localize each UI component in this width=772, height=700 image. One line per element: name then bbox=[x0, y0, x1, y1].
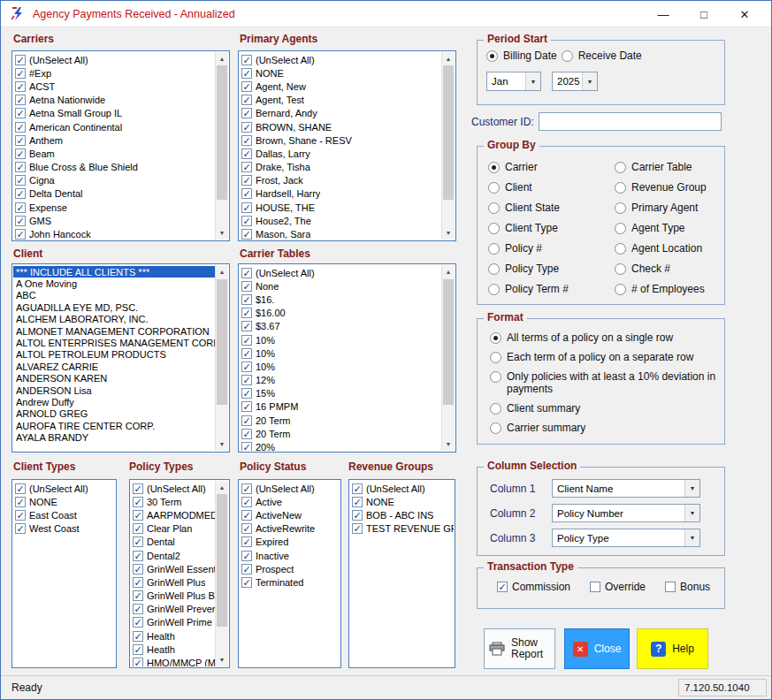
checkbox-checked-icon[interactable]: ✓ bbox=[15, 175, 26, 186]
checklist-item[interactable]: ✓(UnSelect All) bbox=[240, 53, 441, 66]
checkbox-checked-icon[interactable]: ✓ bbox=[241, 268, 252, 278]
checkbox-checked-icon[interactable]: ✓ bbox=[241, 564, 252, 574]
radio-icon[interactable] bbox=[615, 202, 626, 214]
checkbox-checked-icon[interactable]: ✓ bbox=[352, 483, 363, 494]
checklist-item[interactable]: ✓AARPMODMEDS bbox=[131, 508, 215, 521]
radio-icon[interactable] bbox=[615, 263, 626, 275]
checklist-item[interactable]: ✓NONE bbox=[13, 495, 115, 508]
radio-icon[interactable] bbox=[615, 284, 626, 295]
checkbox-checked-icon[interactable]: ✓ bbox=[497, 582, 508, 592]
checklist-item[interactable]: ✓10% bbox=[240, 360, 441, 373]
radio-icon[interactable] bbox=[488, 263, 500, 275]
radio-option[interactable]: Policy # bbox=[488, 238, 569, 258]
checklist-item[interactable]: ✓None bbox=[240, 279, 441, 293]
checkbox-checked-icon[interactable]: ✓ bbox=[15, 202, 26, 213]
radio-option[interactable]: Policy Term # bbox=[488, 278, 569, 299]
radio-icon[interactable] bbox=[488, 202, 500, 214]
primary-agents-listbox[interactable]: ✓(UnSelect All)✓NONE✓Agent, New✓Agent, T… bbox=[238, 50, 456, 241]
checklist-item[interactable]: ✓20 Term bbox=[240, 414, 441, 427]
checkbox-checked-icon[interactable]: ✓ bbox=[133, 510, 143, 521]
checklist-item[interactable]: ✓Inactive bbox=[240, 549, 340, 562]
checkbox-checked-icon[interactable]: ✓ bbox=[241, 294, 252, 305]
dropdown-arrow-icon[interactable]: ▼ bbox=[684, 529, 699, 546]
checkbox-checked-icon[interactable]: ✓ bbox=[241, 122, 252, 133]
radio-icon[interactable] bbox=[490, 422, 501, 434]
radio-selected-icon[interactable] bbox=[486, 50, 498, 62]
checkbox-checked-icon[interactable]: ✓ bbox=[133, 617, 143, 628]
checkbox-checked-icon[interactable]: ✓ bbox=[241, 335, 252, 346]
list-item[interactable]: AYALA BRANDY bbox=[13, 431, 215, 443]
list-item[interactable]: ABC bbox=[13, 290, 215, 301]
list-item[interactable]: ARNOLD GREG bbox=[13, 408, 215, 420]
carriers-listbox[interactable]: ✓(UnSelect All)✓#Exp✓ACST✓Aetna Nationwi… bbox=[11, 50, 230, 241]
checkbox-checked-icon[interactable]: ✓ bbox=[15, 108, 26, 118]
radio-option[interactable]: Client Type bbox=[488, 217, 569, 238]
radio-option[interactable]: All terms of a policy on a single row bbox=[490, 331, 716, 344]
checklist-item[interactable]: ✓(UnSelect All) bbox=[13, 53, 215, 66]
column1-dropdown[interactable]: Client Name ▼ bbox=[552, 479, 700, 498]
scroll-down-icon[interactable]: ▼ bbox=[216, 226, 228, 240]
checkbox-checked-icon[interactable]: ✓ bbox=[241, 551, 252, 561]
radio-icon[interactable] bbox=[615, 243, 626, 255]
checklist-item[interactable]: ✓Clear Plan bbox=[131, 522, 215, 536]
checklist-item[interactable]: ✓20 Term bbox=[240, 427, 441, 440]
radio-icon[interactable] bbox=[488, 243, 500, 255]
checklist-item[interactable]: ✓30 Term bbox=[131, 495, 215, 508]
radio-icon[interactable] bbox=[615, 182, 626, 194]
radio-option[interactable]: # of Employees bbox=[615, 278, 707, 299]
checkbox-checked-icon[interactable]: ✓ bbox=[15, 148, 26, 159]
checklist-item[interactable]: ✓Active bbox=[240, 495, 340, 508]
checkbox-checked-icon[interactable]: ✓ bbox=[241, 148, 252, 159]
list-item[interactable]: AGUADILLA EYE MD, PSC. bbox=[13, 301, 215, 313]
checklist-item[interactable]: ✓John Hancock bbox=[13, 227, 215, 240]
checklist-item[interactable]: ✓GrinWell Essentia bbox=[131, 562, 215, 575]
checklist-item[interactable]: ✓16 PMPM bbox=[240, 400, 441, 414]
radio-option[interactable]: Agent Location bbox=[615, 238, 707, 258]
dropdown-arrow-icon[interactable]: ▼ bbox=[684, 505, 699, 521]
checklist-item[interactable]: ✓Heatlh bbox=[131, 643, 215, 656]
checkbox-checked-icon[interactable]: ✓ bbox=[241, 135, 252, 146]
radio-option[interactable]: Check # bbox=[615, 258, 707, 278]
checkbox-checked-icon[interactable]: ✓ bbox=[15, 497, 26, 507]
close-window-icon[interactable]: ✕ bbox=[724, 1, 765, 27]
checkbox-checked-icon[interactable]: ✓ bbox=[241, 308, 252, 318]
column3-dropdown[interactable]: Policy Type ▼ bbox=[552, 529, 700, 547]
scrollbar[interactable]: ▲ ▼ bbox=[441, 52, 455, 240]
checkbox-checked-icon[interactable]: ✓ bbox=[352, 523, 363, 534]
radio-option[interactable]: Primary Agent bbox=[615, 197, 707, 217]
scroll-up-icon[interactable]: ▲ bbox=[216, 481, 228, 494]
checkbox-option[interactable]: Override bbox=[590, 581, 646, 593]
checkbox-checked-icon[interactable]: ✓ bbox=[133, 564, 143, 574]
checklist-item[interactable]: ✓Prospect bbox=[240, 562, 340, 575]
checkbox-checked-icon[interactable]: ✓ bbox=[241, 202, 252, 213]
checklist-item[interactable]: ✓Cigna bbox=[13, 174, 215, 187]
checkbox-checked-icon[interactable]: ✓ bbox=[241, 162, 252, 172]
scrollbar[interactable]: ▲ ▼ bbox=[215, 265, 228, 451]
scroll-up-icon[interactable]: ▲ bbox=[216, 265, 228, 278]
maximize-icon[interactable]: □ bbox=[684, 1, 724, 27]
checkbox-checked-icon[interactable]: ✓ bbox=[133, 604, 143, 614]
scrollbar-thumb[interactable] bbox=[217, 279, 227, 405]
checklist-item[interactable]: ✓Hardsell, Harry bbox=[240, 187, 441, 201]
checklist-item[interactable]: ✓TEST REVENUE GR bbox=[350, 522, 454, 536]
client-listbox[interactable]: *** INCLUDE ALL CLIENTS ***A One MovingA… bbox=[11, 263, 230, 453]
checklist-item[interactable]: ✓$16. bbox=[240, 293, 441, 306]
checkbox-checked-icon[interactable]: ✓ bbox=[241, 388, 252, 399]
checkbox-checked-icon[interactable]: ✓ bbox=[15, 483, 26, 494]
scroll-up-icon[interactable]: ▲ bbox=[442, 265, 455, 278]
list-item[interactable]: ANDERSON KAREN bbox=[13, 373, 215, 384]
policy-status-listbox[interactable]: ✓(UnSelect All)✓Active✓ActiveNew✓ActiveR… bbox=[238, 479, 341, 668]
checklist-item[interactable]: ✓House2, The bbox=[240, 214, 441, 227]
checkbox-checked-icon[interactable]: ✓ bbox=[133, 590, 143, 601]
checklist-item[interactable]: ✓Beam bbox=[13, 147, 215, 160]
checkbox-checked-icon[interactable]: ✓ bbox=[241, 108, 252, 118]
checklist-item[interactable]: ✓Anthem bbox=[13, 133, 215, 147]
checklist-item[interactable]: ✓(UnSelect All) bbox=[350, 482, 454, 495]
checklist-item[interactable]: ✓(UnSelect All) bbox=[240, 482, 340, 495]
radio-icon[interactable] bbox=[490, 352, 501, 363]
checklist-item[interactable]: ✓Terminated bbox=[240, 575, 340, 589]
checkbox-checked-icon[interactable]: ✓ bbox=[241, 375, 252, 385]
radio-icon[interactable] bbox=[562, 50, 573, 62]
checkbox-checked-icon[interactable]: ✓ bbox=[241, 497, 252, 507]
checklist-item[interactable]: ✓HOUSE, THE bbox=[240, 201, 441, 214]
